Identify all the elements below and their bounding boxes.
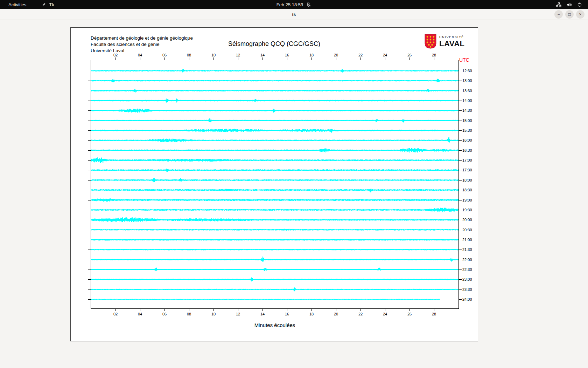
x-tick-mark-top: [287, 57, 287, 60]
utc-row-label: 17:30: [462, 168, 472, 172]
tk-app-icon: [41, 2, 47, 7]
row-tick-left: [88, 180, 91, 180]
x-tick-label-bottom: 18: [306, 312, 317, 316]
utc-row-label: 14:30: [462, 108, 472, 113]
minimize-button[interactable]: −: [554, 10, 563, 19]
row-tick-right: [459, 190, 462, 190]
x-tick-mark-bottom: [434, 309, 434, 311]
utc-row-label: 19:00: [462, 198, 472, 202]
utc-row-label: 20:30: [462, 228, 472, 232]
row-tick-right: [459, 130, 462, 131]
row-tick-left: [88, 71, 91, 71]
row-tick-left: [88, 91, 91, 91]
row-tick-right: [459, 140, 462, 141]
x-tick-label-bottom: 06: [159, 312, 170, 316]
x-axis-title: Minutes écoulées: [91, 322, 459, 328]
x-tick-label-bottom: 20: [331, 312, 341, 316]
row-tick-right: [459, 240, 462, 240]
x-tick-mark-top: [140, 57, 140, 60]
x-tick-label-bottom: 22: [355, 312, 366, 316]
row-tick-left: [88, 150, 91, 151]
x-tick-label-top: 12: [233, 53, 243, 57]
row-tick-left: [88, 110, 91, 111]
row-tick-left: [88, 121, 91, 121]
row-tick-right: [459, 200, 462, 200]
x-tick-mark-bottom: [262, 309, 263, 311]
close-button[interactable]: ×: [576, 10, 584, 19]
x-tick-mark-top: [164, 57, 165, 60]
row-tick-left: [88, 270, 91, 270]
top-bar: Activities Tk Feb 25 18:59: [0, 0, 588, 9]
row-tick-right: [459, 91, 462, 91]
row-tick-left: [88, 190, 91, 190]
x-tick-mark-top: [434, 57, 434, 60]
row-tick-right: [459, 110, 462, 111]
seismograph-panel: Département de géologie et de génie géol…: [70, 27, 478, 341]
row-tick-left: [88, 210, 91, 210]
row-tick-left: [88, 170, 91, 170]
row-tick-right: [459, 230, 462, 230]
utc-row-label: 20:00: [462, 218, 472, 222]
x-tick-mark-top: [214, 57, 214, 60]
row-tick-right: [459, 289, 462, 290]
x-tick-mark-top: [410, 57, 410, 60]
utc-row-label: 12:30: [462, 69, 472, 73]
x-tick-mark-bottom: [336, 309, 336, 311]
row-tick-left: [88, 289, 91, 290]
x-tick-label-bottom: 04: [135, 312, 145, 316]
utc-row-label: 21:00: [462, 238, 472, 242]
x-tick-mark-bottom: [115, 309, 116, 311]
x-tick-mark-bottom: [360, 309, 361, 311]
utc-row-label: 18:30: [462, 188, 472, 192]
clock[interactable]: Feb 25 18:59: [276, 2, 303, 7]
x-tick-mark-bottom: [164, 309, 165, 311]
laval-shield-icon: [424, 34, 437, 49]
maximize-button[interactable]: □: [565, 10, 574, 19]
x-tick-mark-top: [262, 57, 263, 60]
row-tick-left: [88, 220, 91, 220]
app-indicator-label: Tk: [49, 2, 54, 7]
row-tick-left: [88, 130, 91, 131]
x-tick-label-top: 02: [110, 53, 121, 57]
power-icon[interactable]: [577, 2, 582, 7]
row-tick-left: [88, 240, 91, 240]
x-tick-label-top: 24: [380, 53, 390, 57]
app-indicator[interactable]: Tk: [41, 2, 54, 7]
x-tick-mark-top: [115, 57, 116, 60]
row-tick-left: [88, 279, 91, 280]
x-tick-label-top: 18: [306, 53, 317, 57]
notifications-disabled-icon: [306, 2, 312, 7]
row-tick-right: [459, 180, 462, 180]
window-content: Département de géologie et de génie géol…: [0, 20, 588, 368]
utc-row-label: 19:30: [462, 208, 472, 212]
x-tick-label-bottom: 26: [404, 312, 415, 316]
logo-universite-text: UNIVERSITÉ: [439, 35, 465, 39]
row-tick-right: [459, 210, 462, 210]
x-tick-mark-bottom: [287, 309, 287, 311]
x-tick-label-bottom: 14: [257, 312, 268, 316]
x-tick-mark-top: [312, 57, 312, 60]
x-tick-label-bottom: 16: [282, 312, 292, 316]
x-tick-mark-bottom: [312, 309, 312, 311]
utc-row-label: 13:30: [462, 89, 472, 93]
row-tick-right: [459, 160, 462, 161]
network-icon[interactable]: [556, 2, 561, 7]
x-tick-label-top: 16: [282, 53, 292, 57]
x-tick-label-bottom: 28: [429, 312, 439, 316]
x-tick-mark-bottom: [214, 309, 214, 311]
row-tick-right: [459, 299, 462, 300]
x-tick-label-top: 26: [404, 53, 415, 57]
utc-row-label: 24:00: [462, 297, 472, 301]
row-tick-right: [459, 250, 462, 250]
window-titlebar[interactable]: tk − □ ×: [0, 9, 588, 20]
activities-button[interactable]: Activities: [6, 2, 29, 7]
row-tick-left: [88, 260, 91, 260]
utc-row-label: 17:00: [462, 158, 472, 162]
window-title: tk: [292, 12, 296, 17]
row-tick-right: [459, 270, 462, 270]
volume-icon[interactable]: [566, 2, 572, 7]
row-tick-left: [88, 299, 91, 300]
laval-logo: UNIVERSITÉ LAVAL: [424, 34, 465, 49]
utc-row-label: 16:00: [462, 138, 472, 142]
x-tick-label-top: 14: [257, 53, 268, 57]
